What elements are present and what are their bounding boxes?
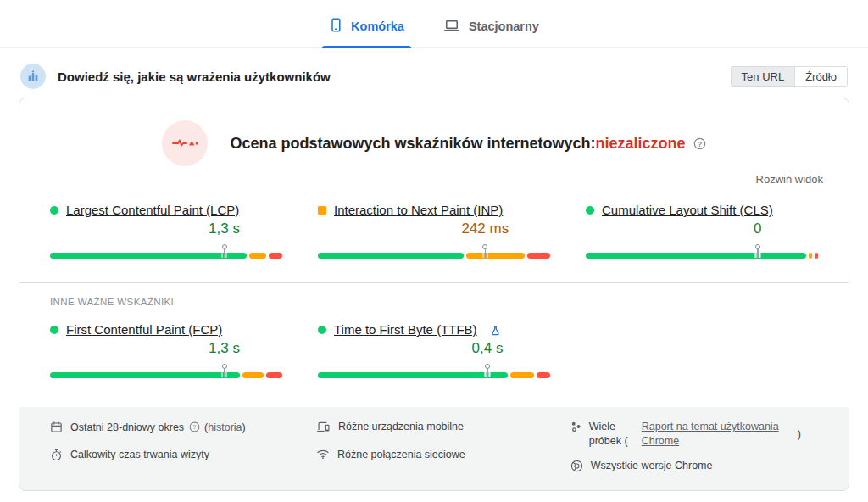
phone-icon <box>329 17 342 36</box>
metric-cls: Cumulative Layout Shift (CLS) 0 <box>586 203 818 259</box>
devices-item: Różne urządzenia mobilne <box>316 420 559 438</box>
svg-text:?: ? <box>192 424 196 430</box>
tab-mobile[interactable]: Komórka <box>322 12 411 47</box>
cls-poor-segment <box>815 253 818 259</box>
core-web-vitals-fail-icon <box>162 120 208 166</box>
help-icon[interactable]: ? <box>693 137 706 150</box>
section-header: Dowiedź się, jakie są wrażenia użytkowni… <box>0 48 868 89</box>
tab-desktop-label: Stacjonarny <box>469 20 539 33</box>
cls-ni-segment <box>809 253 812 259</box>
footer-col-samples: Wiele próbek ( Raport na temat użytkowan… <box>570 420 837 487</box>
devices-text: Różne urządzenia mobilne <box>338 420 464 434</box>
collection-period: Ostatni 28-dniowy okres ? (historia) <box>50 420 304 438</box>
inp-good-segment <box>318 253 464 259</box>
ttfb-value: 0,4 s <box>472 340 504 357</box>
tab-desktop[interactable]: Stacjonarny <box>437 12 546 47</box>
fcp-status-dot <box>50 326 58 334</box>
fcp-good-segment <box>50 372 240 378</box>
connections-item: Różne połączenia sieciowe <box>316 448 559 464</box>
fcp-ni-segment <box>242 372 264 378</box>
visit-duration: Całkowity czas trwania wizyty <box>50 448 304 466</box>
experimental-flask-icon[interactable] <box>490 325 501 337</box>
inp-percentile-marker <box>482 244 487 258</box>
history-link[interactable]: historia <box>208 421 242 433</box>
lcp-good-segment <box>50 253 247 259</box>
metric-inp: Interaction to Next Paint (INP) 242 ms <box>318 203 550 259</box>
ttfb-poor-segment <box>537 372 550 378</box>
cls-status-dot <box>586 206 594 215</box>
lcp-ni-segment <box>249 253 265 259</box>
tab-mobile-label: Komórka <box>351 20 404 33</box>
period-help-icon[interactable]: ? <box>189 421 200 432</box>
inp-link[interactable]: Interaction to Next Paint (INP) <box>334 203 503 217</box>
fcp-percentile-marker <box>222 364 227 377</box>
scope-origin-button[interactable]: Źródło <box>794 67 847 86</box>
cls-good-segment <box>586 253 806 259</box>
field-data-card: Ocena podstawowych wskaźników internetow… <box>19 98 849 491</box>
laptop-icon <box>443 18 460 36</box>
footer-col-devices: Różne urządzenia mobilne Różne połączeni… <box>316 420 559 487</box>
scope-this-url-button[interactable]: Ten URL <box>732 67 795 86</box>
connections-text: Różne połączenia sieciowe <box>337 448 465 462</box>
svg-text:?: ? <box>697 139 701 148</box>
fcp-poor-segment <box>266 372 282 378</box>
assessment-verdict: niezaliczone <box>596 135 686 153</box>
crux-report-link[interactable]: Raport na temat użytkowania Chrome <box>642 421 779 447</box>
lcp-value: 1,3 s <box>209 220 240 237</box>
samples-suffix: ) <box>798 427 801 442</box>
inp-poor-segment <box>527 253 550 259</box>
inp-status-square <box>318 206 326 215</box>
scope-toggle: Ten URL Źródło <box>731 66 848 87</box>
ttfb-good-segment <box>318 372 508 378</box>
other-metrics-label: INNE WAŻNE WSKAŹNIKI <box>19 283 849 307</box>
inp-value: 242 ms <box>461 220 509 237</box>
ttfb-percentile-marker <box>485 364 490 377</box>
ttfb-ni-segment <box>510 372 533 378</box>
lcp-poor-segment <box>269 253 282 259</box>
ttfb-link[interactable]: Time to First Byte (TTFB) <box>334 322 477 337</box>
samples-item: Wiele próbek ( Raport na temat użytkowan… <box>570 420 837 449</box>
inp-distribution-bar <box>318 253 550 259</box>
ttfb-status-dot <box>318 326 326 334</box>
other-metrics-row: First Contentful Paint (FCP) 1,3 s Time … <box>19 322 849 378</box>
cls-percentile-marker <box>755 244 760 258</box>
chrome-versions-item: Wszystkie wersje Chrome <box>570 459 837 477</box>
assessment-title: Ocena podstawowych wskaźników internetow… <box>230 135 595 153</box>
samples-dots-icon <box>570 421 581 437</box>
samples-prefix: Wiele próbek ( <box>589 420 637 449</box>
cls-value: 0 <box>754 220 761 237</box>
cls-distribution-bar <box>586 253 818 259</box>
metric-fcp: First Contentful Paint (FCP) 1,3 s <box>50 322 282 378</box>
visit-duration-text: Całkowity czas trwania wizyty <box>70 448 209 462</box>
lcp-link[interactable]: Largest Contentful Paint (LCP) <box>66 203 239 217</box>
period-text: Ostatni 28-dniowy okres <box>70 421 184 433</box>
metric-ttfb: Time to First Byte (TTFB) 0,4 s <box>318 322 550 378</box>
stopwatch-icon <box>50 449 63 466</box>
device-tabs: Komórka Stacjonarny <box>0 0 868 48</box>
history-suffix: ) <box>242 421 246 433</box>
cwv-assessment: Ocena podstawowych wskaźników internetow… <box>19 120 849 166</box>
wifi-icon <box>316 449 330 464</box>
metric-lcp: Largest Contentful Paint (LCP) 1,3 s <box>50 203 282 259</box>
user-experience-icon <box>20 64 46 89</box>
lcp-distribution-bar <box>50 253 282 259</box>
page-title: Dowiedź się, jakie są wrażenia użytkowni… <box>58 70 331 84</box>
lcp-status-dot <box>50 206 58 215</box>
cls-link[interactable]: Cumulative Layout Shift (CLS) <box>602 203 773 217</box>
lcp-percentile-marker <box>222 244 227 258</box>
chrome-icon <box>570 460 583 477</box>
calendar-icon <box>50 421 63 438</box>
expand-view-link[interactable]: Rozwiń widok <box>19 173 849 186</box>
core-metrics-row: Largest Contentful Paint (LCP) 1,3 s Int… <box>19 203 849 259</box>
chrome-versions-text: Wszystkie wersje Chrome <box>591 459 713 473</box>
ttfb-distribution-bar <box>318 372 550 378</box>
fcp-value: 1,3 s <box>209 340 240 357</box>
fcp-link[interactable]: First Contentful Paint (FCP) <box>66 322 222 337</box>
data-collection-footer: Ostatni 28-dniowy okres ? (historia) Cał… <box>19 407 849 490</box>
inp-ni-segment <box>466 253 524 259</box>
mobile-devices-icon <box>316 421 331 438</box>
footer-col-period: Ostatni 28-dniowy okres ? (historia) Cał… <box>50 420 304 487</box>
fcp-distribution-bar <box>50 372 282 378</box>
